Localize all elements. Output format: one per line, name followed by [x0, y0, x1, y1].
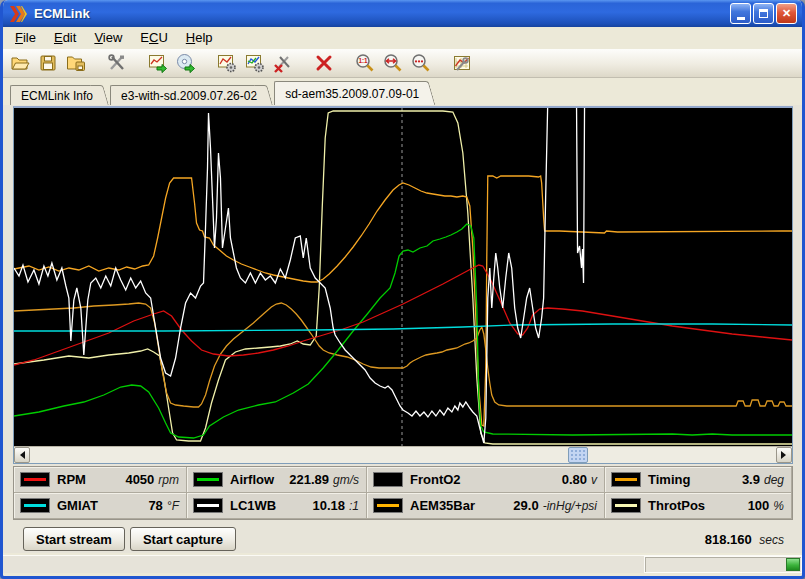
trace-name: AEM35Bar	[410, 498, 475, 513]
tab-label: sd-aem35.2009.07.09-01	[285, 87, 419, 101]
elapsed-unit: secs	[759, 533, 784, 547]
legend-item-gmiat[interactable]: GMIAT 78 °F	[14, 493, 187, 519]
legend-item-fronto2[interactable]: FrontO2 0.80 v	[367, 467, 605, 493]
trace-name: ThrotPos	[648, 498, 705, 513]
graph-plot-area[interactable]	[14, 108, 792, 446]
trace-name: Airflow	[230, 472, 274, 487]
trace-unit: gm/s	[333, 473, 359, 487]
trace-color-swatch	[373, 472, 403, 487]
svg-text:1:1: 1:1	[358, 57, 368, 64]
toolbar-separator	[340, 49, 349, 77]
trace-color-swatch	[20, 498, 50, 513]
elapsed-value: 818.160	[705, 532, 752, 547]
trace-unit: -inHg/+psi	[543, 499, 597, 513]
graph-svg	[14, 108, 792, 446]
trace-value: 78	[148, 498, 162, 513]
arrow-left-icon	[16, 451, 25, 459]
legend-item-throtpos[interactable]: ThrotPos 100 %	[605, 493, 792, 519]
log-view-panel: RPM 4050 rpm Airflow 221.89 gm/s FrontO2…	[3, 105, 802, 553]
toolbar-separator	[133, 49, 142, 77]
arrow-right-icon	[781, 451, 790, 459]
tab-e3-with-sd[interactable]: e3-with-sd.2009.07.26-02	[110, 85, 263, 105]
trace-value: 3.9	[742, 472, 760, 487]
trace-unit: deg	[764, 473, 784, 487]
menu-help[interactable]: Help	[177, 28, 222, 48]
trace-color-swatch	[373, 498, 403, 513]
capture-controls: Start stream Start capture 818.160 secs	[13, 520, 793, 553]
save-icon[interactable]	[36, 51, 60, 75]
chart-gear-icon[interactable]	[215, 51, 239, 75]
trace-unit: %	[773, 499, 784, 513]
window-title: ECMLink	[34, 6, 728, 21]
trace-value: 0.80	[562, 472, 587, 487]
statusbar	[3, 555, 802, 573]
trace-name: Timing	[648, 472, 690, 487]
minimize-icon	[737, 17, 745, 20]
menu-ecu[interactable]: ECU	[131, 28, 176, 48]
close-icon: ✕	[782, 8, 791, 19]
trace-name: FrontO2	[410, 472, 461, 487]
scroll-right-button[interactable]	[776, 447, 792, 463]
tools-delete-icon[interactable]	[271, 51, 295, 75]
scrollbar-track[interactable]	[30, 447, 776, 463]
maximize-button[interactable]	[753, 3, 774, 24]
titlebar[interactable]: ECMLink ✕	[3, 0, 802, 27]
trace-value: 221.89	[289, 472, 329, 487]
trace-value: 100	[748, 498, 770, 513]
scrollbar-thumb[interactable]	[568, 447, 588, 463]
elapsed-time: 818.160 secs	[705, 532, 784, 547]
trace-color-swatch	[611, 498, 641, 513]
trace-value: 4050	[125, 472, 154, 487]
close-button[interactable]: ✕	[776, 3, 797, 24]
menu-view[interactable]: View	[85, 28, 131, 48]
legend-item-rpm[interactable]: RPM 4050 rpm	[14, 467, 187, 493]
start-capture-button[interactable]: Start capture	[130, 527, 236, 551]
legend-table: RPM 4050 rpm Airflow 221.89 gm/s FrontO2…	[13, 466, 793, 520]
legend-item-timing[interactable]: Timing 3.9 deg	[605, 467, 792, 493]
tab-ecmlink-info[interactable]: ECMLink Info	[10, 85, 99, 105]
trace-unit: :1	[349, 499, 359, 513]
start-stream-button[interactable]: Start stream	[23, 527, 125, 551]
trace-name: GMIAT	[57, 498, 98, 513]
status-progress-track	[644, 556, 802, 573]
toolbar-separator	[92, 49, 101, 77]
menubar: File Edit View ECU Help	[3, 27, 802, 49]
tab-sd-aem35[interactable]: sd-aem35.2009.07.09-01	[274, 81, 425, 105]
graph-container	[13, 106, 793, 464]
chart-wrench-icon[interactable]	[450, 51, 474, 75]
magnifier-1to1-icon[interactable]: 1:1	[353, 51, 377, 75]
folder-save-icon[interactable]	[64, 51, 88, 75]
trace-value: 29.0	[513, 498, 538, 513]
minimize-button[interactable]	[730, 3, 751, 24]
tab-label: e3-with-sd.2009.07.26-02	[121, 89, 257, 103]
menu-file[interactable]: File	[6, 28, 45, 48]
maximize-icon	[759, 9, 768, 18]
ecmlink-window: ECMLink ✕ File Edit View ECU Help	[0, 0, 805, 579]
trace-unit: rpm	[158, 473, 179, 487]
tools-icon[interactable]	[105, 51, 129, 75]
magnifier-dots-icon[interactable]	[409, 51, 433, 75]
toolbar-separator	[299, 49, 308, 77]
trace-value: 10.18	[312, 498, 345, 513]
cd-export-icon[interactable]	[174, 51, 198, 75]
tab-label: ECMLink Info	[21, 89, 93, 103]
legend-item-airflow[interactable]: Airflow 221.89 gm/s	[187, 467, 367, 493]
trace-name: LC1WB	[230, 498, 276, 513]
chart-export-icon[interactable]	[146, 51, 170, 75]
red-x-icon[interactable]	[312, 51, 336, 75]
toolbar-separator	[437, 49, 446, 77]
menu-edit[interactable]: Edit	[45, 28, 85, 48]
tab-strip: ECMLink Info e3-with-sd.2009.07.26-02 sd…	[3, 78, 802, 105]
trace-color-swatch	[611, 472, 641, 487]
magnifier-arrows-icon[interactable]	[381, 51, 405, 75]
app-logo-icon	[9, 5, 29, 23]
trace-color-swatch	[193, 498, 223, 513]
chart-display-gear-icon[interactable]	[243, 51, 267, 75]
legend-item-lc1wb[interactable]: LC1WB 10.18 :1	[187, 493, 367, 519]
graph-horizontal-scrollbar[interactable]	[14, 446, 792, 463]
toolbar: 1:1	[3, 49, 802, 78]
toolbar-separator	[202, 49, 211, 77]
scroll-left-button[interactable]	[14, 447, 30, 463]
legend-item-aem35bar[interactable]: AEM35Bar 29.0 -inHg/+psi	[367, 493, 605, 519]
open-folder-icon[interactable]	[8, 51, 32, 75]
